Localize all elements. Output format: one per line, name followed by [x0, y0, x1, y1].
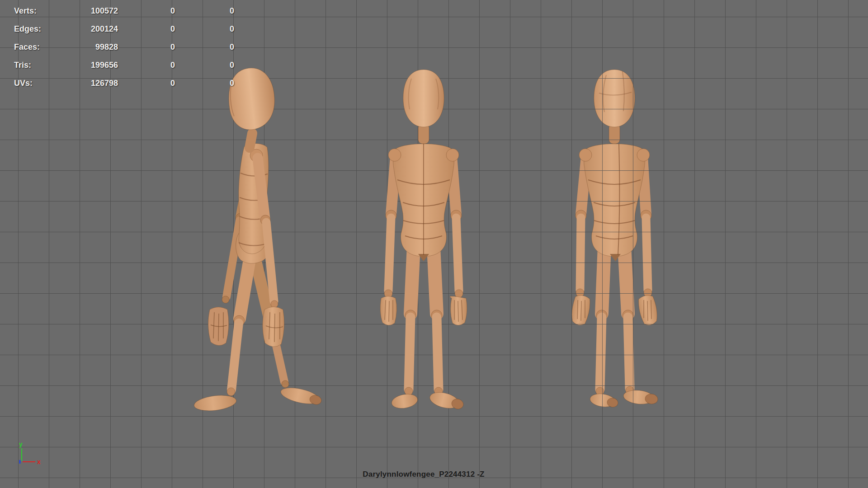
stat-col2: 0 — [118, 61, 175, 70]
viewport-label: Darylynnlowfengee_P2244312 -Z — [363, 470, 484, 479]
stat-row: UVs: 126798 0 0 — [14, 74, 234, 92]
mannequin-quarter-view[interactable] — [556, 66, 673, 418]
stat-value: 126798 — [59, 79, 118, 88]
stat-col3: 0 — [175, 79, 234, 88]
stat-value: 199656 — [59, 61, 118, 70]
axis-gizmo: y x — [15, 440, 47, 467]
stat-col2: 0 — [118, 24, 175, 34]
stat-row: Verts: 100572 0 0 — [14, 2, 234, 20]
stat-label: UVs: — [14, 79, 59, 88]
mannequin-front-view[interactable] — [365, 66, 482, 418]
stat-label: Faces: — [14, 42, 59, 52]
stat-value: 200124 — [59, 24, 118, 34]
axis-x-label: x — [37, 458, 41, 465]
stat-col3: 0 — [175, 42, 234, 52]
stats-overlay: Verts: 100572 0 0 Edges: 200124 0 0 Face… — [14, 2, 234, 92]
stat-label: Tris: — [14, 61, 59, 70]
mannequin-side-view[interactable] — [181, 66, 335, 422]
stat-col3: 0 — [175, 61, 234, 70]
stat-label: Verts: — [14, 6, 59, 16]
stat-row: Faces: 99828 0 0 — [14, 38, 234, 56]
stat-value: 100572 — [59, 6, 118, 16]
stat-value: 99828 — [59, 42, 118, 52]
stat-row: Tris: 199656 0 0 — [14, 56, 234, 74]
stat-col3: 0 — [175, 24, 234, 34]
stat-col2: 0 — [118, 42, 175, 52]
stat-label: Edges: — [14, 24, 59, 34]
stat-row: Edges: 200124 0 0 — [14, 20, 234, 38]
stat-col2: 0 — [118, 79, 175, 88]
axis-y-label: y — [19, 441, 23, 448]
stat-col2: 0 — [118, 6, 175, 16]
stat-col3: 0 — [175, 6, 234, 16]
